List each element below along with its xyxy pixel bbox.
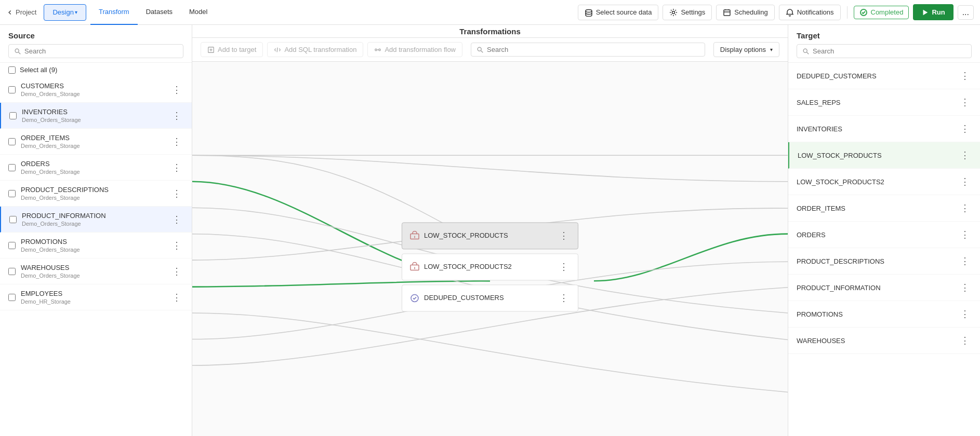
completed-label: Completed — [871, 8, 904, 16]
target-item-menu[interactable]: ⋮ — [958, 174, 972, 189]
target-list-item[interactable]: LOW_STOCK_PRODUCTS ⋮ — [788, 142, 980, 169]
source-list-item[interactable]: CUSTOMERS Demo_Orders_Storage ⋮ — [0, 77, 192, 103]
model-tab[interactable]: Model — [181, 0, 216, 25]
target-list-item[interactable]: INVENTORIES ⋮ — [788, 116, 980, 142]
notifications-button[interactable]: Notifications — [779, 5, 841, 20]
target-item-menu[interactable]: ⋮ — [958, 306, 972, 322]
transform-search-input[interactable] — [487, 46, 699, 53]
source-list-item[interactable]: ORDER_ITEMS Demo_Orders_Storage ⋮ — [0, 129, 192, 155]
transform-node-low-stock[interactable]: LOW_STOCK_PRODUCTS ⋮ — [402, 222, 578, 249]
source-item-menu[interactable]: ⋮ — [170, 265, 183, 278]
source-item-name: EMPLOYEES — [21, 290, 170, 297]
target-list-item[interactable]: PRODUCT_DESCRIPTIONS ⋮ — [788, 248, 980, 275]
target-item-name: ORDERS — [797, 231, 958, 239]
scheduling-button[interactable]: Scheduling — [716, 5, 774, 20]
add-to-target-button[interactable]: Add to target — [201, 42, 263, 57]
source-item-menu[interactable]: ⋮ — [170, 187, 183, 200]
target-item-menu[interactable]: ⋮ — [958, 333, 972, 348]
add-sql-button[interactable]: Add SQL transformation — [267, 42, 363, 57]
source-item-info: EMPLOYEES Demo_HR_Storage — [21, 290, 170, 305]
add-flow-button[interactable]: Add transformation flow — [367, 42, 462, 57]
source-item-sub: Demo_HR_Storage — [21, 298, 170, 305]
design-tab[interactable]: Design ▾ — [44, 4, 86, 21]
target-list-item[interactable]: ORDER_ITEMS ⋮ — [788, 195, 980, 222]
display-options-button[interactable]: Display options ▾ — [713, 42, 779, 57]
search-icon — [14, 48, 21, 55]
target-item-menu[interactable]: ⋮ — [958, 68, 972, 84]
target-item-menu[interactable]: ⋮ — [958, 227, 972, 242]
source-item-checkbox[interactable] — [8, 242, 16, 249]
transform-tab[interactable]: Transform — [90, 0, 138, 25]
source-item-info: WAREHOUSES Demo_Orders_Storage — [21, 264, 170, 279]
source-item-checkbox[interactable] — [9, 112, 17, 119]
source-panel: Source Select all (9) CUSTOMERS Demo_Ord… — [0, 25, 192, 436]
target-item-menu[interactable]: ⋮ — [958, 121, 972, 137]
svg-point-11 — [375, 49, 377, 51]
target-item-name: PRODUCT_DESCRIPTIONS — [797, 257, 958, 265]
source-item-checkbox[interactable] — [8, 268, 16, 275]
target-list-item[interactable]: ORDERS ⋮ — [788, 222, 980, 248]
target-item-menu[interactable]: ⋮ — [958, 94, 972, 110]
source-list-item[interactable]: PROMOTIONS Demo_Orders_Storage ⋮ — [0, 233, 192, 258]
transform-node-low-stock2[interactable]: LOW_STOCK_PRODUCTS2 ⋮ — [402, 253, 578, 280]
source-item-checkbox[interactable] — [8, 294, 16, 301]
target-list-item[interactable]: DEDUPED_CUSTOMERS ⋮ — [788, 63, 980, 89]
transform-node-deduped[interactable]: DEDUPED_CUSTOMERS ⋮ — [402, 284, 578, 311]
transform-toolbar: Add to target Add SQL transformation Add… — [192, 38, 788, 62]
back-to-project[interactable]: Project — [6, 8, 42, 16]
source-search-input[interactable] — [24, 47, 178, 55]
target-search-input[interactable] — [813, 47, 966, 55]
svg-point-21 — [803, 49, 807, 52]
back-label: Project — [16, 8, 36, 16]
source-item-menu[interactable]: ⋮ — [170, 291, 183, 304]
transform-canvas: LOW_STOCK_PRODUCTS ⋮ LOW_STOCK_PRODUCTS2… — [192, 62, 788, 436]
source-title: Source — [8, 31, 183, 40]
source-item-checkbox[interactable] — [8, 86, 16, 93]
source-list-item[interactable]: EMPLOYEES Demo_HR_Storage ⋮ — [0, 284, 192, 310]
node-menu-1[interactable]: ⋮ — [557, 259, 571, 275]
target-item-menu[interactable]: ⋮ — [958, 200, 972, 216]
select-all-checkbox[interactable] — [8, 66, 16, 74]
node-name-0: LOW_STOCK_PRODUCTS — [424, 231, 553, 239]
target-list-item[interactable]: LOW_STOCK_PRODUCTS2 ⋮ — [788, 169, 980, 195]
source-list-item[interactable]: WAREHOUSES Demo_Orders_Storage ⋮ — [0, 258, 192, 284]
source-list-item[interactable]: PRODUCT_INFORMATION Demo_Orders_Storage … — [0, 207, 192, 233]
datasets-tab[interactable]: Datasets — [138, 0, 181, 25]
target-item-menu[interactable]: ⋮ — [958, 253, 972, 269]
source-item-name: PRODUCT_DESCRIPTIONS — [21, 186, 170, 194]
target-item-menu[interactable]: ⋮ — [958, 280, 972, 295]
more-options-button[interactable]: ... — [958, 5, 974, 20]
node-menu-2[interactable]: ⋮ — [557, 290, 571, 306]
source-list-item[interactable]: PRODUCT_DESCRIPTIONS Demo_Orders_Storage… — [0, 181, 192, 207]
source-item-menu[interactable]: ⋮ — [170, 83, 183, 97]
transform-node-icon-1 — [409, 262, 420, 272]
target-list-item[interactable]: PROMOTIONS ⋮ — [788, 301, 980, 328]
source-item-menu[interactable]: ⋮ — [170, 135, 183, 148]
source-list-item[interactable]: INVENTORIES Demo_Orders_Storage ⋮ — [0, 103, 192, 129]
target-item-name: LOW_STOCK_PRODUCTS2 — [797, 178, 958, 186]
source-item-menu[interactable]: ⋮ — [170, 109, 183, 122]
source-item-checkbox[interactable] — [8, 164, 16, 171]
source-item-menu[interactable]: ⋮ — [170, 161, 183, 174]
source-item-checkbox[interactable] — [8, 190, 16, 197]
target-item-menu[interactable]: ⋮ — [958, 147, 972, 163]
source-item-checkbox[interactable] — [8, 138, 16, 145]
select-source-button[interactable]: Select source data — [578, 5, 659, 20]
svg-marker-4 — [923, 9, 928, 15]
target-item-name: SALES_REPS — [797, 99, 958, 106]
source-item-checkbox[interactable] — [9, 216, 17, 223]
source-item-menu[interactable]: ⋮ — [170, 239, 183, 252]
run-button[interactable]: Run — [913, 4, 953, 20]
transformations-title: Transformations — [459, 27, 521, 36]
target-list-item[interactable]: SALES_REPS ⋮ — [788, 89, 980, 116]
source-item-menu[interactable]: ⋮ — [170, 213, 183, 226]
transformations-panel: Transformations Add to target Add SQL tr… — [192, 25, 788, 436]
source-item-sub: Demo_Orders_Storage — [21, 169, 170, 175]
target-list-item[interactable]: WAREHOUSES ⋮ — [788, 328, 980, 354]
source-list-item[interactable]: ORDERS Demo_Orders_Storage ⋮ — [0, 155, 192, 181]
target-search-icon — [802, 48, 810, 55]
target-item-name: PROMOTIONS — [797, 310, 958, 318]
target-list-item[interactable]: PRODUCT_INFORMATION ⋮ — [788, 275, 980, 301]
node-menu-0[interactable]: ⋮ — [557, 228, 571, 243]
settings-button[interactable]: Settings — [663, 5, 712, 20]
